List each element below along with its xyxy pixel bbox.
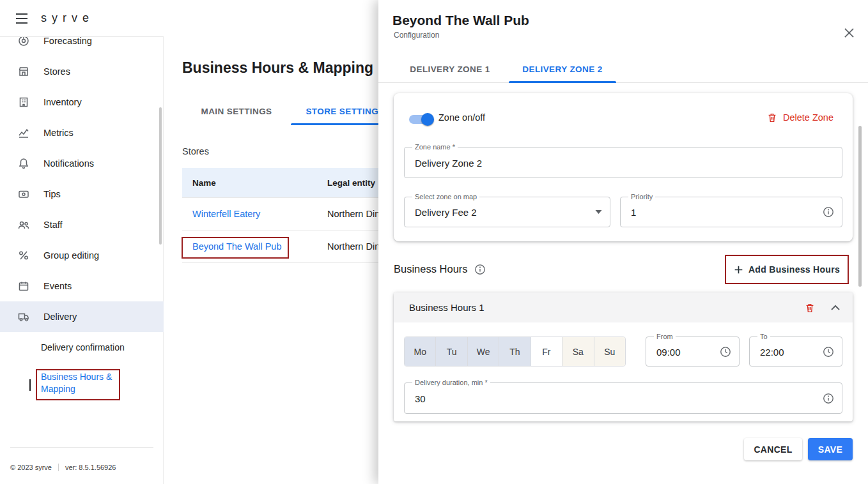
configuration-dialog: Beyond The Wall Pub Configuration DELIVE… xyxy=(378,0,868,484)
zone-name-value: Delivery Zone 2 xyxy=(415,157,482,168)
to-label: To xyxy=(757,333,770,340)
sidebar-item-stores[interactable]: Stores xyxy=(0,56,164,87)
sidebar-item-tips[interactable]: Tips xyxy=(0,179,164,209)
info-icon[interactable] xyxy=(823,393,834,404)
sidebar-item-business-hours-mapping[interactable]: Business Hours & Mapping xyxy=(0,363,164,404)
priority-label: Priority xyxy=(628,193,655,200)
copyright-text: © 2023 syrve xyxy=(10,464,52,471)
dialog-scrollbar[interactable] xyxy=(858,126,862,287)
truck-icon xyxy=(17,310,31,323)
sidebar-item-events[interactable]: Events xyxy=(0,271,164,301)
day-button-tu[interactable]: Tu xyxy=(436,337,467,366)
sidebar-item-label: Metrics xyxy=(43,128,74,138)
zone-name-field[interactable]: Zone name * Delivery Zone 2 xyxy=(404,147,842,178)
close-icon[interactable] xyxy=(841,25,856,40)
chevron-down-icon xyxy=(595,210,602,215)
sidebar-item-label: Forecasting xyxy=(43,36,92,46)
store-link-winterfell-eatery[interactable]: Winterfell Eatery xyxy=(192,209,260,219)
tab-label: MAIN SETTINGS xyxy=(201,107,272,116)
sidebar-item-label: Delivery xyxy=(43,312,77,322)
sidebar-nav: Forecasting Stores Inventory Metrics Not… xyxy=(0,26,164,404)
from-value: 09:00 xyxy=(656,346,681,357)
delete-zone-label: Delete Zone xyxy=(783,112,833,123)
day-label: Fr xyxy=(542,347,550,357)
day-label: Mo xyxy=(414,347,426,357)
cancel-button-label: CANCEL xyxy=(754,444,792,455)
footer-divider xyxy=(10,447,153,448)
business-hours-card: Business Hours 1 Mo Tu We Th Fr Sa Su Fr… xyxy=(394,292,853,421)
business-hours-card-header[interactable]: Business Hours 1 xyxy=(394,292,853,322)
dialog-subtitle: Configuration xyxy=(394,31,439,40)
sidebar-item-inventory[interactable]: Inventory xyxy=(0,87,164,117)
from-time-field[interactable]: From 09:00 xyxy=(646,337,740,367)
zone-map-select[interactable]: Select zone on map Delivery Fee 2 xyxy=(404,197,610,227)
legal-entity-cell: Northern Din xyxy=(317,209,380,219)
sidebar-item-group-editing[interactable]: Group editing xyxy=(0,240,164,271)
people-icon xyxy=(17,218,31,231)
sidebar-item-staff[interactable]: Staff xyxy=(0,209,164,240)
tab-label: STORE SETTINGS xyxy=(306,107,384,116)
bell-icon xyxy=(17,157,31,170)
day-button-su[interactable]: Su xyxy=(594,337,625,366)
trash-icon xyxy=(766,112,778,123)
day-label: Th xyxy=(509,347,520,357)
tab-main-settings[interactable]: MAIN SETTINGS xyxy=(182,97,291,125)
tab-delivery-zone-1[interactable]: DELIVERY ZONE 1 xyxy=(394,55,506,83)
chevron-up-icon[interactable] xyxy=(831,305,840,310)
day-label: Tu xyxy=(447,347,457,357)
store-link-beyond-the-wall-pub[interactable]: Beyond The Wall Pub xyxy=(192,241,281,252)
sidebar-item-label: Stores xyxy=(43,66,70,77)
business-hours-title: Business Hours xyxy=(394,263,468,275)
zone-toggle[interactable] xyxy=(409,115,432,124)
sidebar-item-metrics[interactable]: Metrics xyxy=(0,117,164,148)
sidebar-footer: © 2023 syrve ver: 8.5.1.56926 xyxy=(10,464,116,471)
delivery-duration-label: Delivery duration, min * xyxy=(412,379,490,386)
legal-entity-cell: Northern Din xyxy=(317,241,380,252)
to-time-field[interactable]: To 22:00 xyxy=(749,337,842,367)
tab-label: DELIVERY ZONE 1 xyxy=(410,64,490,74)
add-business-hours-label: Add Business Hours xyxy=(748,264,840,275)
clock-icon[interactable] xyxy=(823,346,834,358)
sidebar-scrollbar[interactable] xyxy=(159,107,162,245)
day-button-sa[interactable]: Sa xyxy=(562,337,594,366)
plus-icon xyxy=(734,265,743,275)
sidebar-subitem-label: Delivery confirmation xyxy=(41,342,125,352)
day-button-mo[interactable]: Mo xyxy=(405,337,436,366)
business-hours-card-title: Business Hours 1 xyxy=(409,302,484,313)
delete-zone-button[interactable]: Delete Zone xyxy=(766,112,833,123)
info-icon[interactable] xyxy=(823,206,834,218)
add-business-hours-button[interactable]: Add Business Hours xyxy=(725,255,849,284)
info-icon[interactable] xyxy=(474,264,486,275)
dialog-tabs: DELIVERY ZONE 1 DELIVERY ZONE 2 xyxy=(378,55,868,83)
page-title: Business Hours & Mapping xyxy=(182,59,373,77)
footer-separator xyxy=(58,464,59,471)
column-header-legal-entity: Legal entity xyxy=(317,178,375,188)
save-button[interactable]: SAVE xyxy=(808,438,853,460)
delete-business-hours-icon[interactable] xyxy=(804,302,816,314)
from-label: From xyxy=(654,333,676,340)
topbar-divider xyxy=(0,36,164,37)
clock-icon[interactable] xyxy=(720,346,731,358)
sidebar-item-label: Inventory xyxy=(43,97,82,107)
zone-settings-card: Zone on/off Delete Zone Zone name * Deli… xyxy=(394,93,853,241)
sidebar-item-label: Events xyxy=(43,281,72,291)
logo[interactable]: syrve xyxy=(41,11,94,25)
zone-map-label: Select zone on map xyxy=(412,193,479,200)
sidebar-item-delivery[interactable]: Delivery xyxy=(0,301,164,332)
storefront-icon xyxy=(17,65,31,78)
weekday-selector: Mo Tu We Th Fr Sa Su xyxy=(404,337,626,367)
day-button-we[interactable]: We xyxy=(468,337,499,366)
delivery-duration-field[interactable]: Delivery duration, min * 30 xyxy=(404,382,842,414)
day-button-th[interactable]: Th xyxy=(499,337,531,366)
sidebar-item-delivery-confirmation[interactable]: Delivery confirmation xyxy=(0,332,164,363)
priority-field[interactable]: Priority 1 xyxy=(620,197,842,227)
sidebar-item-notifications[interactable]: Notifications xyxy=(0,148,164,179)
menu-icon[interactable] xyxy=(15,13,28,24)
priority-value: 1 xyxy=(631,207,636,218)
sidebar-item-label: Staff xyxy=(43,220,63,230)
to-value: 22:00 xyxy=(760,346,784,357)
sidebar: Forecasting Stores Inventory Metrics Not… xyxy=(0,0,164,484)
tab-delivery-zone-2[interactable]: DELIVERY ZONE 2 xyxy=(506,55,619,83)
cancel-button[interactable]: CANCEL xyxy=(744,438,802,460)
day-button-fr[interactable]: Fr xyxy=(531,337,562,366)
